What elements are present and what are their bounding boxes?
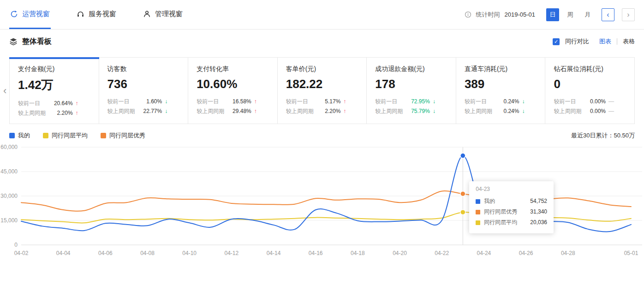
tab-label: 服务视窗 — [89, 10, 116, 18]
kpi-title: 支付转化率 — [197, 65, 269, 73]
metric-label: 较前一日 — [286, 97, 308, 107]
tab-service-window[interactable]: 服务视窗 — [76, 0, 117, 29]
svg-text:04-02: 04-02 — [14, 250, 29, 256]
trend-arrow-icon: ↑ — [343, 97, 346, 107]
peer-compare-checkbox[interactable]: ✓ — [553, 38, 560, 45]
svg-text:04-12: 04-12 — [225, 250, 239, 256]
svg-text:04-24: 04-24 — [477, 250, 491, 256]
period-month-button[interactable]: 月 — [581, 8, 594, 21]
period-day-button[interactable]: 日 — [546, 8, 559, 21]
legend-label: 我的 — [18, 131, 30, 140]
kpi-metric-row: 较前一日 72.95%↓ — [375, 97, 447, 107]
section-header: 整体看板 ✓ 同行对比 图表 表格 — [0, 30, 644, 53]
kpi-card-payment-conversion-rate[interactable]: 支付转化率 10.60% 较前一日 16.58%↑ 较上周同期 29.48%↑ — [188, 58, 278, 124]
kpi-value: 0 — [554, 77, 626, 91]
kpi-value: 178 — [375, 77, 447, 91]
kpi-value: 1.42万 — [18, 77, 90, 93]
svg-text:04-10: 04-10 — [182, 250, 197, 256]
prev-date-button[interactable]: ‹ — [602, 8, 614, 21]
metric-label: 较前一日 — [18, 99, 40, 108]
trend-arrow-icon: ↓ — [165, 107, 167, 116]
metric-label: 较上周同期 — [107, 107, 135, 116]
cards-scroll-prev-button[interactable]: ‹ — [1, 84, 8, 98]
series-swatch — [43, 133, 48, 138]
trend-chart-canvas[interactable]: 015,00030,00045,00060,00004-0204-0404-06… — [0, 142, 644, 259]
trend-arrow-icon: — — [608, 97, 614, 107]
kpi-title: 直通车消耗(元) — [465, 65, 537, 73]
last-30-days-total: 最近30日累计：50.50万 — [571, 131, 635, 140]
trend-arrow-icon: ↓ — [165, 97, 167, 107]
top-nav-bar: 运营视窗 服务视窗 管理视窗 — [0, 0, 644, 30]
legend-item-peer-excellent[interactable]: 同行同层优秀 — [101, 131, 145, 140]
metric-label: 较上周同期 — [18, 108, 46, 118]
legend-item-peer-average[interactable]: 同行同层平均 — [43, 131, 88, 140]
svg-text:04-22: 04-22 — [435, 250, 449, 256]
info-icon[interactable] — [465, 11, 471, 18]
tab-label: 运营视窗 — [22, 10, 50, 18]
kpi-cards-row: 支付金额(元) 1.42万 较前一日 20.64%↑ 较上周同期 2.20%↑ … — [9, 57, 635, 124]
kpi-metric-row: 较上周同期 0.00%— — [554, 107, 626, 116]
metric-label: 较前一日 — [554, 97, 576, 107]
svg-text:04-28: 04-28 — [561, 250, 575, 256]
metric-label: 较前一日 — [375, 97, 397, 107]
chart-legend: 我的 同行同层平均 同行同层优秀 — [9, 131, 145, 140]
kpi-metric-row: 较上周同期 0.24%↓ — [465, 107, 537, 116]
metric-value: 72.95% — [411, 97, 430, 107]
stat-time-label: 统计时间 — [476, 11, 500, 19]
metric-label: 较上周同期 — [554, 107, 581, 116]
kpi-value: 10.60% — [197, 77, 269, 91]
kpi-title: 钻石展位消耗(元) — [554, 65, 626, 73]
metric-value: 0.00% — [590, 107, 606, 116]
kpi-metric-row: 较上周同期 29.48%↑ — [197, 107, 269, 116]
metric-label: 较上周同期 — [375, 107, 403, 116]
tab-operations-window[interactable]: 运营视窗 — [9, 0, 51, 29]
kpi-card-visitor-count[interactable]: 访客数 736 较前一日 1.60%↓ 较上周同期 22.77%↓ — [99, 58, 189, 124]
svg-text:30,000: 30,000 — [0, 193, 18, 199]
svg-text:04-16: 04-16 — [309, 250, 323, 256]
metric-value: 0.24% — [503, 97, 519, 107]
trend-arrow-icon: ↑ — [254, 97, 257, 107]
svg-text:45,000: 45,000 — [0, 168, 18, 175]
view-toggle-divider — [617, 38, 617, 45]
stat-time-value: 2019-05-01 — [505, 11, 536, 18]
series-swatch — [9, 133, 15, 138]
svg-text:04-14: 04-14 — [267, 250, 281, 256]
svg-text:60,000: 60,000 — [0, 144, 18, 150]
kpi-metric-row: 较上周同期 2.20%↑ — [286, 107, 358, 116]
chart-legend-row: 我的 同行同层平均 同行同层优秀 最近30日累计：50.50万 — [9, 131, 635, 140]
section-title-text: 整体看板 — [22, 37, 52, 47]
metric-label: 较前一日 — [465, 97, 487, 107]
legend-item-mine[interactable]: 我的 — [9, 131, 30, 140]
kpi-title: 访客数 — [107, 65, 180, 73]
trend-arrow-icon: ↑ — [343, 107, 346, 116]
kpi-metric-row: 较前一日 16.58%↑ — [197, 97, 269, 107]
view-chart-link[interactable]: 图表 — [599, 37, 611, 46]
kpi-metric-row: 较上周同期 75.79%↓ — [375, 107, 447, 116]
kpi-value: 389 — [465, 77, 537, 91]
trend-arrow-icon: ↓ — [433, 107, 435, 116]
trend-chart[interactable]: 015,00030,00045,00060,00004-0204-0404-06… — [0, 142, 644, 259]
refresh-cycle-icon — [10, 10, 18, 18]
series-swatch — [101, 133, 106, 138]
trend-arrow-icon: ↑ — [76, 99, 78, 108]
period-week-button[interactable]: 周 — [564, 8, 577, 21]
trend-arrow-icon: ↓ — [522, 97, 525, 107]
kpi-metric-row: 较前一日 0.00%— — [554, 97, 626, 107]
kpi-card-diamond-booth-cost[interactable]: 钻石展位消耗(元) 0 较前一日 0.00%— 较上周同期 0.00%— — [545, 58, 634, 124]
metric-value: 16.58% — [233, 97, 251, 107]
metric-value: 20.64% — [54, 99, 73, 108]
metric-value: 2.20% — [325, 107, 340, 116]
page-title: 整体看板 — [9, 37, 52, 47]
kpi-card-refund-amount[interactable]: 成功退款金额(元) 178 较前一日 72.95%↓ 较上周同期 75.79%↓ — [367, 58, 456, 124]
kpi-metric-row: 较上周同期 2.20%↑ — [18, 108, 90, 118]
svg-text:04-18: 04-18 — [351, 250, 365, 256]
kpi-title: 客单价(元) — [286, 65, 358, 73]
tab-management-window[interactable]: 管理视窗 — [142, 0, 184, 29]
metric-label: 较上周同期 — [197, 107, 224, 116]
view-table-link[interactable]: 表格 — [623, 37, 635, 46]
next-date-button[interactable]: › — [622, 8, 635, 21]
kpi-card-through-train-cost[interactable]: 直通车消耗(元) 389 较前一日 0.24%↓ 较上周同期 0.24%↓ — [456, 58, 546, 124]
metric-value: 0.24% — [503, 107, 519, 116]
kpi-card-avg-order-value[interactable]: 客单价(元) 182.22 较前一日 5.17%↑ 较上周同期 2.20%↑ — [278, 58, 367, 124]
kpi-card-payment-amount[interactable]: 支付金额(元) 1.42万 较前一日 20.64%↑ 较上周同期 2.20%↑ — [10, 58, 99, 124]
